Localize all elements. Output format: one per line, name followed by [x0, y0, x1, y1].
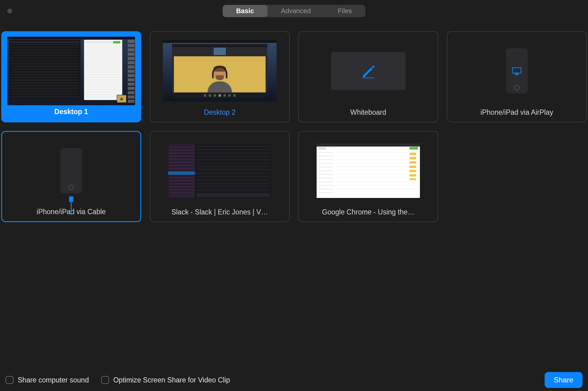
share-options-grid: Desktop 1 — [1, 31, 587, 222]
thumb-app-slack — [155, 136, 284, 206]
tile-iphone-cable[interactable]: iPhone/iPad via Cable — [1, 131, 141, 222]
checkbox-label-optimize-video: Optimize Screen Share for Video Clip — [113, 376, 230, 384]
footer-bar: Share computer sound Optimize Screen Sha… — [0, 369, 588, 391]
tile-label-app-slack: Slack - Slack | Eric Jones | V… — [171, 206, 268, 218]
thumb-app-chrome — [304, 136, 433, 206]
tile-label-app-chrome: Google Chrome - Using the… — [322, 206, 415, 218]
tab-files[interactable]: Files — [324, 5, 365, 17]
thumb-whiteboard — [304, 36, 433, 106]
tile-desktop-1[interactable]: Desktop 1 — [1, 31, 141, 122]
tile-iphone-airplay[interactable]: iPhone/iPad via AirPlay — [447, 31, 587, 122]
thumb-desktop-1 — [7, 37, 135, 105]
tile-label-desktop-2: Desktop 2 — [204, 106, 236, 119]
thumb-desktop-2 — [155, 36, 284, 106]
tab-advanced[interactable]: Advanced — [267, 5, 324, 17]
checkbox-box — [6, 376, 13, 384]
tile-app-chrome[interactable]: Google Chrome - Using the… — [298, 131, 438, 222]
tile-label-iphone-airplay: iPhone/iPad via AirPlay — [480, 106, 553, 119]
tile-whiteboard[interactable]: Whiteboard — [298, 31, 438, 122]
share-button[interactable]: Share — [545, 372, 582, 388]
marker-icon — [360, 62, 377, 80]
thumb-iphone-cable — [7, 136, 135, 205]
window-traffic-dot — [7, 9, 12, 13]
tile-app-slack[interactable]: Slack - Slack | Eric Jones | V… — [150, 131, 290, 222]
tab-basic[interactable]: Basic — [222, 5, 267, 17]
checkbox-optimize-video[interactable]: Optimize Screen Share for Video Clip — [101, 376, 230, 384]
checkbox-label-share-sound: Share computer sound — [18, 376, 89, 384]
svg-rect-0 — [362, 77, 374, 78]
share-tab-bar: Basic Advanced Files — [222, 5, 365, 17]
airplay-icon — [512, 67, 521, 76]
tile-label-whiteboard: Whiteboard — [350, 106, 386, 119]
checkbox-box — [101, 376, 109, 384]
checkbox-share-sound[interactable]: Share computer sound — [6, 376, 89, 384]
thumb-iphone-airplay — [452, 36, 581, 106]
tile-label-desktop-1: Desktop 1 — [54, 105, 88, 118]
tile-desktop-2[interactable]: Desktop 2 — [150, 31, 290, 122]
